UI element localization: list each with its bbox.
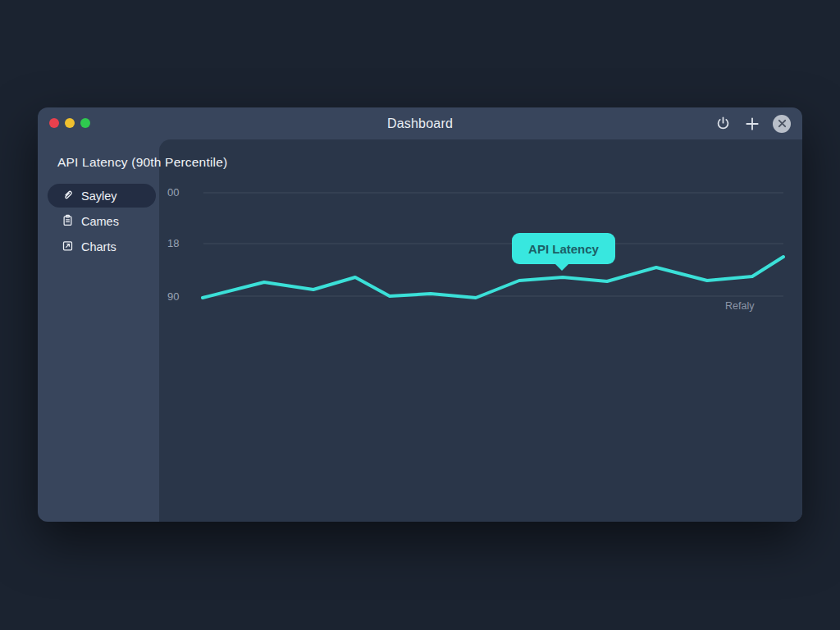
main-panel: 00 18 90 API Latency Refaly bbox=[159, 139, 802, 522]
chart-tooltip: API Latency bbox=[512, 233, 615, 264]
sidebar-item-label: Sayley bbox=[81, 189, 117, 203]
chart-note-icon bbox=[62, 240, 74, 254]
add-button[interactable] bbox=[743, 115, 761, 133]
power-button[interactable] bbox=[714, 115, 732, 133]
x-axis-end-label: Refaly bbox=[725, 300, 754, 312]
window-title: Dashboard bbox=[38, 116, 802, 131]
paperclip-icon bbox=[62, 189, 74, 203]
sidebar-item-charts[interactable]: Charts bbox=[48, 235, 156, 258]
chart-tooltip-label: API Latency bbox=[528, 242, 599, 256]
clipboard-icon bbox=[62, 214, 74, 229]
close-x-icon bbox=[773, 115, 791, 133]
titlebar-actions bbox=[714, 107, 791, 139]
sidebar-item-cames[interactable]: Cames bbox=[48, 209, 156, 233]
power-icon bbox=[715, 116, 731, 131]
app-window: Dashboard bbox=[38, 107, 802, 522]
latency-chart bbox=[159, 139, 802, 522]
chart-title: API Latency (90th Percentile) bbox=[57, 155, 227, 170]
sidebar-item-label: Cames bbox=[81, 215, 119, 228]
sidebar: Sayley Cames bbox=[38, 139, 159, 522]
latency-line[interactable] bbox=[203, 257, 783, 298]
sidebar-item-sayley[interactable]: Sayley bbox=[48, 184, 156, 208]
sidebar-item-label: Charts bbox=[81, 240, 116, 253]
titlebar: Dashboard bbox=[38, 107, 802, 139]
plus-icon bbox=[744, 116, 760, 132]
sidebar-nav: Sayley Cames bbox=[48, 184, 156, 260]
close-button[interactable] bbox=[773, 115, 791, 133]
